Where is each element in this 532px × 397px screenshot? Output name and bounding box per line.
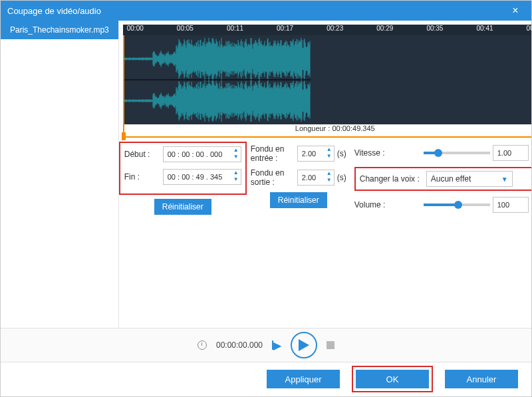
play-bar: 00:00:00.000 ▶ [1, 328, 531, 362]
sidebar-item-label: Paris_Thechainsmoker.mp3 [10, 25, 109, 35]
spin-up-icon[interactable]: ▲ [326, 147, 332, 153]
fade-column: Fondu en entrée : 2.00 ▲▼ (s) Fondu en s… [251, 144, 346, 219]
controls: Début : 00 : 00 : 00 . 000 ▲▼ Fin : 00 :… [123, 144, 532, 219]
spin-down-icon[interactable]: ▼ [326, 178, 332, 184]
fade-in-input[interactable]: 2.00 ▲▼ [297, 146, 334, 162]
volume-input[interactable]: 100 [493, 197, 529, 213]
end-label: Fin : [124, 172, 163, 182]
fade-unit: (s) [337, 149, 346, 158]
ruler-tick: 00:47 [527, 25, 532, 35]
speed-input[interactable]: 1.00 [493, 145, 529, 161]
voice-highlight: Changer la voix : Aucun effet ▼ [354, 167, 532, 191]
window-title: Coupage de vidéo/audio [7, 6, 506, 16]
footer: Appliquer OK Annuler [1, 362, 531, 396]
waveform [124, 38, 311, 122]
trim-highlight: Début : 00 : 00 : 00 . 000 ▲▼ Fin : 00 :… [119, 142, 247, 195]
spin-up-icon[interactable]: ▲ [233, 170, 239, 176]
spin-down-icon[interactable]: ▼ [326, 154, 332, 160]
ok-highlight: OK [352, 366, 433, 392]
voice-label: Changer la voix : [360, 174, 426, 184]
start-label: Début : [124, 150, 163, 159]
clock-icon [198, 340, 207, 350]
ruler-tick: 00:41 [477, 25, 493, 35]
spin-up-icon[interactable]: ▲ [233, 148, 239, 154]
reset-fade-button[interactable]: Réinitialiser [270, 192, 327, 208]
ruler-tick: 00:05 [177, 25, 194, 35]
main-area: Paris_Thechainsmoker.mp3 00:0000:0500:11… [1, 21, 531, 328]
fade-unit: (s) [337, 173, 346, 182]
spin-up-icon[interactable]: ▲ [326, 171, 332, 177]
volume-label: Volume : [354, 200, 421, 209]
play-button[interactable] [291, 332, 317, 358]
close-icon[interactable]: × [506, 5, 525, 17]
sidebar-item[interactable]: Paris_Thechainsmoker.mp3 [1, 21, 118, 39]
waveform-container[interactable] [123, 35, 532, 124]
right-column: Vitesse : 1.00 X ▶ Changer la voix : Auc… [354, 144, 532, 219]
speed-label: Vitesse : [354, 148, 421, 158]
length-label: Longueur : 00:00:49.345 [291, 124, 379, 132]
spin-down-icon[interactable]: ▼ [233, 177, 239, 183]
fade-out-input[interactable]: 2.00 ▲▼ [297, 170, 334, 186]
end-input[interactable]: 00 : 00 : 49 . 345 ▲▼ [163, 169, 241, 185]
content-pane: 00:0000:0500:1100:1700:2300:2900:3500:41… [119, 21, 532, 328]
volume-slider[interactable] [424, 203, 490, 206]
file-sidebar: Paris_Thechainsmoker.mp3 [1, 21, 119, 328]
fade-in-label: Fondu en entrée : [251, 144, 297, 163]
trim-column: Début : 00 : 00 : 00 . 000 ▲▼ Fin : 00 :… [123, 144, 243, 219]
play-time: 00:00:00.000 [216, 340, 263, 350]
timeline: 00:0000:0500:1100:1700:2300:2900:3500:41… [123, 25, 532, 138]
spin-down-icon[interactable]: ▼ [233, 154, 239, 160]
voice-select[interactable]: Aucun effet ▼ [426, 171, 513, 187]
reset-trim-button[interactable]: Réinitialiser [154, 199, 211, 215]
selection-bracket[interactable]: Longueur : 00:00:49.345 [123, 123, 532, 138]
ruler-tick: 00:17 [277, 25, 293, 35]
skip-start-icon[interactable]: ▶ [272, 339, 281, 352]
ruler-tick: 00:23 [327, 25, 343, 35]
stop-button[interactable] [327, 341, 334, 349]
ok-button[interactable]: OK [356, 370, 429, 388]
apply-button[interactable]: Appliquer [267, 370, 340, 388]
speed-slider[interactable] [424, 152, 490, 154]
cancel-button[interactable]: Annuler [445, 370, 518, 388]
start-input[interactable]: 00 : 00 : 00 . 000 ▲▼ [163, 146, 241, 162]
chevron-down-icon: ▼ [501, 176, 508, 183]
title-bar: Coupage de vidéo/audio × [1, 1, 531, 21]
ruler-tick: 00:29 [376, 25, 393, 35]
time-ruler: 00:0000:0500:1100:1700:2300:2900:3500:41… [123, 25, 532, 35]
fade-out-label: Fondu en sortie : [251, 168, 297, 187]
ruler-tick: 00:35 [426, 25, 443, 35]
ruler-tick: 00:11 [227, 25, 243, 35]
ruler-tick: 00:00 [127, 25, 144, 35]
